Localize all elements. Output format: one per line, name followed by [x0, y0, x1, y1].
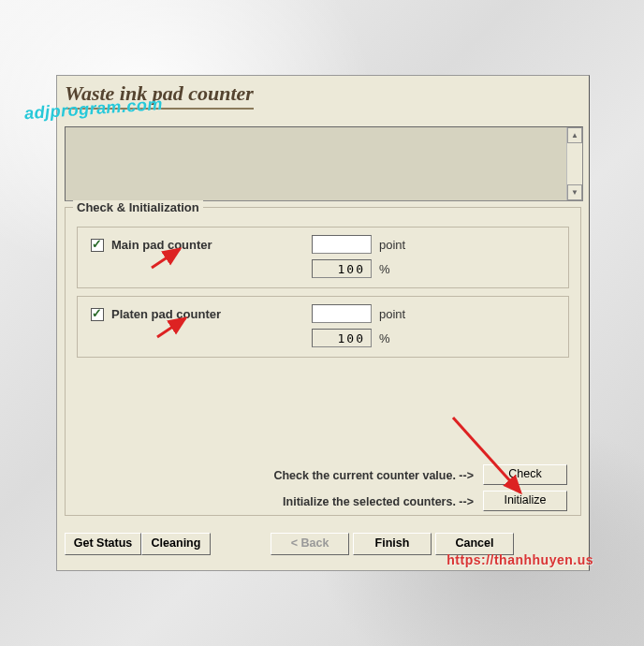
watermark-bottom: https://thanhhuyen.us	[446, 552, 593, 567]
back-button[interactable]: < Back	[271, 533, 349, 555]
platen-pad-group: Platen pad counter point 100 %	[77, 296, 569, 358]
platen-point-field[interactable]	[312, 304, 372, 323]
scroll-down-icon[interactable]: ▼	[567, 184, 582, 200]
check-button[interactable]: Check	[483, 464, 567, 485]
log-textarea[interactable]: ▲ ▼	[65, 126, 583, 201]
main-pad-group: Main pad counter point 100 %	[77, 227, 569, 288]
fieldset-legend: Check & Initialization	[73, 200, 203, 214]
main-percent-unit: %	[379, 262, 390, 276]
main-point-field[interactable]	[312, 235, 372, 254]
main-point-unit: point	[379, 238, 405, 252]
check-instruction: Check the current counter value. -->	[273, 469, 474, 482]
main-pad-label: Main pad counter	[111, 238, 212, 252]
cleaning-button[interactable]: Cleaning	[141, 533, 211, 555]
get-status-button[interactable]: Get Status	[65, 533, 141, 555]
dialog-window: Waste ink pad counter ▲ ▼ Check & Initia…	[56, 75, 590, 571]
main-percent-field: 100	[312, 259, 372, 278]
check-init-fieldset: Check & Initialization Main pad counter …	[65, 207, 581, 516]
platen-pad-label: Platen pad counter	[111, 307, 221, 321]
initialize-button[interactable]: Initialize	[483, 491, 567, 511]
platen-point-unit: point	[379, 307, 405, 321]
scroll-up-icon[interactable]: ▲	[567, 127, 582, 143]
finish-button[interactable]: Finish	[353, 533, 432, 555]
scrollbar[interactable]: ▲ ▼	[566, 127, 582, 200]
platen-percent-unit: %	[379, 331, 390, 345]
platen-percent-field: 100	[312, 329, 372, 347]
main-pad-checkbox[interactable]	[91, 239, 104, 252]
platen-pad-checkbox[interactable]	[91, 308, 104, 321]
initialize-instruction: Initialize the selected counters. -->	[283, 495, 474, 508]
